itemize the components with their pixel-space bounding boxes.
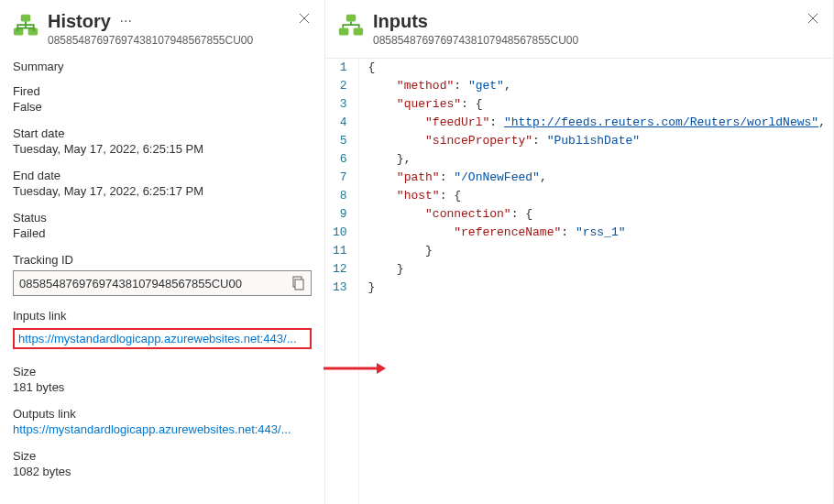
status-label: Status bbox=[13, 211, 312, 225]
inputs-title: Inputs bbox=[373, 11, 428, 32]
inputs-link-label: Inputs link bbox=[13, 309, 312, 323]
line-number: 6 bbox=[333, 150, 347, 169]
tracking-id-value: 08585487697697438107948567855CU00 bbox=[19, 277, 291, 290]
svg-rect-4 bbox=[295, 279, 303, 290]
line-number: 1 bbox=[333, 59, 347, 77]
code-line[interactable]: "host": { bbox=[368, 187, 826, 205]
history-content: Summary Fired False Start date Tuesday, … bbox=[0, 54, 324, 504]
code-line[interactable]: "path": "/OnNewFeed", bbox=[368, 169, 826, 187]
workflow-icon bbox=[338, 13, 364, 37]
history-id: 08585487697697438107948567855CU00 bbox=[48, 34, 253, 47]
outputs-size-value: 1082 bytes bbox=[13, 465, 312, 478]
svg-rect-5 bbox=[346, 15, 357, 22]
workflow-icon bbox=[13, 13, 38, 37]
line-number: 2 bbox=[333, 77, 347, 95]
line-number: 12 bbox=[333, 260, 347, 279]
status-value: Failed bbox=[13, 226, 312, 240]
fired-value: False bbox=[13, 100, 312, 114]
code-line[interactable]: "sinceProperty": "PublishDate" bbox=[368, 132, 826, 150]
inputs-link-box: https://mystandardlogicapp.azurewebsites… bbox=[13, 328, 312, 349]
code-line[interactable]: } bbox=[368, 279, 826, 297]
summary-label: Summary bbox=[13, 60, 312, 73]
inputs-link[interactable]: https://mystandardlogicapp.azurewebsites… bbox=[18, 332, 297, 345]
line-number: 9 bbox=[333, 205, 347, 224]
end-date-label: End date bbox=[13, 169, 312, 182]
line-number: 13 bbox=[333, 279, 347, 297]
history-panel: History ··· 0858548769769743810794856785… bbox=[0, 0, 325, 504]
history-more-button[interactable]: ··· bbox=[120, 13, 132, 28]
line-number: 11 bbox=[333, 242, 347, 260]
code-line[interactable]: } bbox=[368, 242, 826, 260]
code-line[interactable]: "queries": { bbox=[368, 95, 826, 114]
line-number: 10 bbox=[333, 224, 347, 242]
code-line[interactable]: "feedUrl": "http://feeds.reuters.com/Reu… bbox=[368, 114, 826, 132]
close-icon bbox=[807, 13, 818, 24]
inputs-id: 08585487697697438107948567855CU00 bbox=[373, 34, 578, 47]
outputs-link[interactable]: https://mystandardlogicapp.azurewebsites… bbox=[13, 422, 291, 436]
outputs-size-label: Size bbox=[13, 449, 312, 463]
history-header: History ··· 0858548769769743810794856785… bbox=[0, 0, 324, 54]
tracking-id-label: Tracking ID bbox=[13, 253, 312, 267]
line-number: 7 bbox=[333, 169, 347, 187]
code-editor[interactable]: 12345678910111213 { "method": "get", "qu… bbox=[325, 58, 833, 504]
outputs-link-label: Outputs link bbox=[13, 407, 312, 421]
code-line[interactable]: }, bbox=[368, 150, 826, 169]
svg-rect-7 bbox=[354, 28, 364, 36]
close-history-button[interactable] bbox=[295, 9, 313, 27]
history-title: History bbox=[48, 11, 111, 32]
inputs-panel: Inputs 08585487697697438107948567855CU00… bbox=[325, 0, 834, 504]
end-date-value: Tuesday, May 17, 2022, 6:25:17 PM bbox=[13, 184, 312, 198]
inputs-header: Inputs 08585487697697438107948567855CU00 bbox=[325, 0, 833, 54]
close-icon bbox=[299, 13, 310, 24]
close-inputs-button[interactable] bbox=[804, 9, 822, 27]
code-line[interactable]: "method": "get", bbox=[368, 77, 826, 95]
line-number: 8 bbox=[333, 187, 347, 205]
line-gutter: 12345678910111213 bbox=[325, 59, 359, 504]
line-number: 4 bbox=[333, 114, 347, 132]
line-number: 5 bbox=[333, 132, 347, 150]
code-line[interactable]: } bbox=[368, 260, 826, 279]
code-line[interactable]: "connection": { bbox=[368, 205, 826, 224]
svg-rect-0 bbox=[21, 15, 31, 22]
copy-icon[interactable] bbox=[291, 276, 305, 290]
code-line[interactable]: "referenceName": "rss_1" bbox=[368, 224, 826, 242]
tracking-id-box[interactable]: 08585487697697438107948567855CU00 bbox=[13, 270, 312, 296]
start-date-label: Start date bbox=[13, 126, 312, 140]
code-body[interactable]: { "method": "get", "queries": { "feedUrl… bbox=[359, 59, 826, 504]
start-date-value: Tuesday, May 17, 2022, 6:25:15 PM bbox=[13, 142, 312, 156]
line-number: 3 bbox=[333, 95, 347, 114]
svg-rect-6 bbox=[339, 28, 349, 36]
fired-label: Fired bbox=[13, 84, 312, 98]
inputs-size-label: Size bbox=[13, 365, 312, 378]
inputs-size-value: 181 bytes bbox=[13, 380, 312, 394]
code-line[interactable]: { bbox=[368, 59, 826, 77]
